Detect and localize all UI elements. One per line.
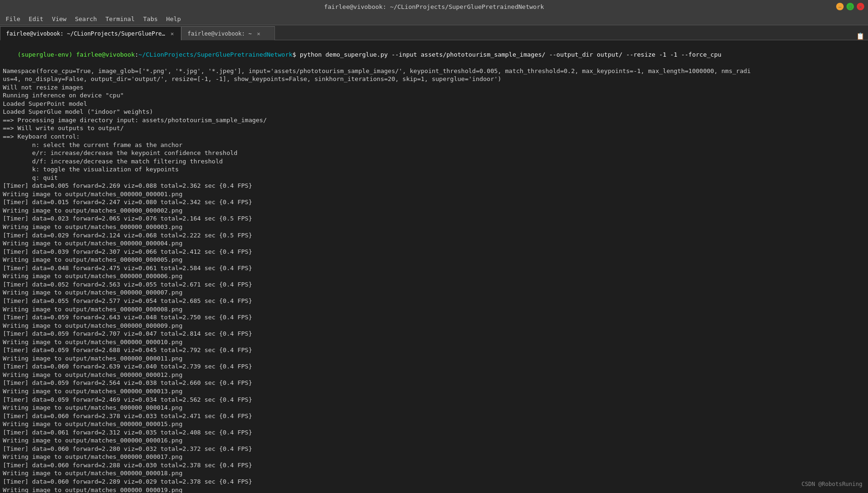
line-write-2: Writing image to output/matches_000000_0… xyxy=(3,206,865,215)
tab-1-close[interactable]: ✕ xyxy=(169,30,175,37)
line-write-5: Writing image to output/matches_000000_0… xyxy=(3,256,865,264)
command-line: (superglue-env) fairlee@vivobook:~/CLion… xyxy=(3,42,865,67)
line-timer-12: [Timer] data=0.060 forward=2.639 viz=0.0… xyxy=(3,362,865,371)
line-timer-14: [Timer] data=0.059 forward=2.469 viz=0.0… xyxy=(3,396,865,404)
tab-2-close[interactable]: ✕ xyxy=(256,30,262,37)
line-no-resize: Will not resize images xyxy=(3,83,865,92)
line-keyboard: ==> Keyboard control: xyxy=(3,132,865,141)
line-timer-2: [Timer] data=0.015 forward=2.247 viz=0.0… xyxy=(3,198,865,206)
line-write-18: Writing image to output/matches_000000_0… xyxy=(3,469,865,478)
tab-extra: 📋 xyxy=(853,32,868,40)
line-superglue: Loaded SuperGlue model ("indoor" weights… xyxy=(3,108,865,116)
tab-1[interactable]: fairlee@vivobook: ~/CLionProjects/SuperG… xyxy=(0,26,181,40)
line-key-df: d/f: increase/decrease the match filteri… xyxy=(3,157,865,166)
line-timer-8: [Timer] data=0.055 forward=2.577 viz=0.0… xyxy=(3,297,865,305)
line-write-10: Writing image to output/matches_000000_0… xyxy=(3,338,865,346)
line-timer-18: [Timer] data=0.060 forward=2.288 viz=0.0… xyxy=(3,461,865,470)
line-write-3: Writing image to output/matches_000000_0… xyxy=(3,223,865,231)
line-namespace: Namespace(force_cpu=True, image_glob=['*… xyxy=(3,67,865,75)
line-write-19: Writing image to output/matches_000000_0… xyxy=(3,486,865,493)
line-key-k: k: toggle the visualization of keypoints xyxy=(3,165,865,174)
menu-help[interactable]: Help xyxy=(163,15,185,23)
menu-file[interactable]: File xyxy=(2,15,24,23)
line-write-4: Writing image to output/matches_000000_0… xyxy=(3,239,865,248)
line-timer-4: [Timer] data=0.029 forward=2.124 viz=0.0… xyxy=(3,231,865,240)
line-write-1: Writing image to output/matches_000000_0… xyxy=(3,190,865,199)
line-key-n: n: select the current frame as the ancho… xyxy=(3,141,865,149)
line-write-11: Writing image to output/matches_000000_0… xyxy=(3,354,865,363)
line-inference: Running inference on device "cpu" xyxy=(3,91,865,100)
maximize-button[interactable]: □ xyxy=(846,3,854,10)
titlebar-title: fairlee@vivobook: ~/CLionProjects/SuperG… xyxy=(324,3,544,10)
line-timer-9: [Timer] data=0.059 forward=2.643 viz=0.0… xyxy=(3,313,865,322)
line-timer-1: [Timer] data=0.005 forward=2.269 viz=0.0… xyxy=(3,182,865,190)
line-write-14: Writing image to output/matches_000000_0… xyxy=(3,404,865,412)
line-timer-3: [Timer] data=0.023 forward=2.065 viz=0.0… xyxy=(3,214,865,223)
line-write-7: Writing image to output/matches_000000_0… xyxy=(3,288,865,297)
csdn-watermark: CSDN @RobotsRuning xyxy=(801,481,862,487)
line-write-9: Writing image to output/matches_000000_0… xyxy=(3,322,865,330)
terminal-area[interactable]: (superglue-env) fairlee@vivobook:~/CLion… xyxy=(0,40,868,493)
line-processing: ==> Processing image directory input: as… xyxy=(3,116,865,125)
menu-search[interactable]: Search xyxy=(71,15,101,23)
line-write-13: Writing image to output/matches_000000_0… xyxy=(3,387,865,396)
tab-2-label: fairlee@vivobook: ~ xyxy=(187,30,252,37)
close-button[interactable]: ✕ xyxy=(857,3,864,10)
menu-terminal[interactable]: Terminal xyxy=(102,15,139,23)
line-key-q: q: quit xyxy=(3,174,865,182)
line-timer-15: [Timer] data=0.060 forward=2.378 viz=0.0… xyxy=(3,412,865,420)
line-write-12: Writing image to output/matches_000000_0… xyxy=(3,371,865,379)
minimize-button[interactable]: – xyxy=(836,3,844,10)
titlebar: fairlee@vivobook: ~/CLionProjects/SuperG… xyxy=(0,0,868,13)
menu-tabs[interactable]: Tabs xyxy=(140,15,162,23)
line-timer-17: [Timer] data=0.060 forward=2.280 viz=0.0… xyxy=(3,445,865,453)
line-timer-11: [Timer] data=0.059 forward=2.688 viz=0.0… xyxy=(3,346,865,354)
line-key-er: e/r: increase/decrease the keypoint conf… xyxy=(3,149,865,157)
line-write-8: Writing image to output/matches_000000_0… xyxy=(3,305,865,314)
line-write-15: Writing image to output/matches_000000_0… xyxy=(3,420,865,428)
tabs-bar: fairlee@vivobook: ~/CLionProjects/SuperG… xyxy=(0,25,868,40)
line-write-17: Writing image to output/matches_000000_0… xyxy=(3,453,865,461)
line-timer-7: [Timer] data=0.052 forward=2.563 viz=0.0… xyxy=(3,280,865,289)
line-timer-19: [Timer] data=0.060 forward=2.289 viz=0.0… xyxy=(3,478,865,486)
window-controls[interactable]: – □ ✕ xyxy=(836,3,864,10)
terminal-scroll-icon: 📋 xyxy=(856,32,864,40)
line-timer-6: [Timer] data=0.048 forward=2.475 viz=0.0… xyxy=(3,264,865,272)
tab-2[interactable]: fairlee@vivobook: ~ ✕ xyxy=(181,26,275,40)
line-write-16: Writing image to output/matches_000000_0… xyxy=(3,436,865,445)
tab-1-label: fairlee@vivobook: ~/CLionProjects/SuperG… xyxy=(6,30,165,37)
line-timer-16: [Timer] data=0.061 forward=2.312 viz=0.0… xyxy=(3,428,865,437)
line-superpoint: Loaded SuperPoint model xyxy=(3,100,865,108)
line-timer-10: [Timer] data=0.059 forward=2.707 viz=0.0… xyxy=(3,330,865,338)
menubar: File Edit View Search Terminal Tabs Help xyxy=(0,13,868,25)
line-outputs: ==> Will write outputs to output/ xyxy=(3,124,865,132)
line-write-6: Writing image to output/matches_000000_0… xyxy=(3,272,865,280)
line-timer-13: [Timer] data=0.059 forward=2.564 viz=0.0… xyxy=(3,379,865,387)
line-timer-5: [Timer] data=0.039 forward=2.307 viz=0.0… xyxy=(3,248,865,256)
line-namespace2: us=4, no_display=False, output_dir='outp… xyxy=(3,75,865,83)
menu-edit[interactable]: Edit xyxy=(25,15,47,23)
menu-view[interactable]: View xyxy=(48,15,70,23)
